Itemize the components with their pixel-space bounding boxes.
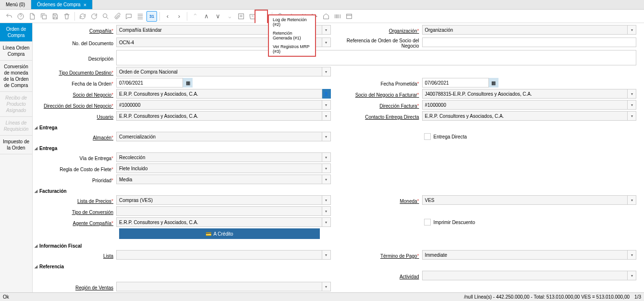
- section-info-fiscal[interactable]: ◢Información Fiscal: [35, 242, 636, 250]
- dd-compania[interactable]: ▾: [322, 25, 331, 35]
- help-button[interactable]: [15, 11, 26, 22]
- label-via-entrega: Vía de Entrega*: [35, 154, 116, 161]
- a-credito-button[interactable]: 💳A Crédito: [119, 228, 320, 239]
- close-icon[interactable]: ×: [84, 2, 86, 8]
- dd-tipo-conv[interactable]: ▾: [322, 206, 331, 216]
- input-almacen[interactable]: [116, 132, 322, 141]
- input-contacto[interactable]: [422, 111, 628, 121]
- input-region-ventas[interactable]: [116, 282, 322, 291]
- dd-regla-flete[interactable]: ▾: [322, 163, 331, 173]
- menu-item-ver-registros-mrp[interactable]: Ver Registros MRP (#3): [269, 42, 315, 56]
- label-moneda: Moneda*: [340, 197, 422, 204]
- dd-contacto[interactable]: ▾: [628, 111, 636, 121]
- section-entrega[interactable]: ◢Entrega: [35, 124, 636, 132]
- dd-no-doc[interactable]: ▾: [322, 38, 331, 47]
- calendar-button[interactable]: 31: [146, 11, 157, 22]
- input-dir-socio[interactable]: [116, 100, 322, 110]
- new-button[interactable]: [27, 11, 37, 22]
- form-button[interactable]: [344, 11, 354, 22]
- grid-button[interactable]: [135, 11, 146, 22]
- form-area: Compañía* ▾ Organización* ▾ No. del Docu…: [33, 23, 644, 292]
- input-descripcion[interactable]: [116, 50, 636, 65]
- menu-item-log-retencion[interactable]: Log de Retención (#2): [269, 15, 315, 29]
- dd-termino-pago[interactable]: ▾: [628, 250, 636, 260]
- first-button[interactable]: ⌃: [190, 11, 200, 22]
- checkbox-imprimir-descuento[interactable]: [424, 219, 431, 226]
- label-termino-pago: Término de Pago*: [340, 251, 422, 259]
- input-tipo-conv[interactable]: [116, 206, 322, 216]
- dd-moneda[interactable]: ▾: [628, 195, 636, 205]
- input-agente[interactable]: [116, 217, 322, 227]
- label-contacto: Contacto Entrega Directa: [340, 113, 422, 120]
- calendar-icon[interactable]: ▦: [183, 78, 193, 88]
- section-facturacion[interactable]: ◢Facturación: [35, 187, 636, 195]
- side-tab-impuesto[interactable]: Impuesto de la Orden: [0, 136, 32, 154]
- input-moneda[interactable]: [422, 195, 628, 205]
- refresh-button[interactable]: [77, 11, 88, 22]
- input-termino-pago[interactable]: [422, 250, 628, 260]
- delete-button[interactable]: [61, 11, 72, 22]
- menu-item-retencion-generada[interactable]: Retención Generada (#1): [269, 29, 315, 42]
- input-prioridad[interactable]: [116, 175, 322, 184]
- side-tab-orden-compra[interactable]: Orden de Compra: [0, 23, 32, 42]
- input-actividad[interactable]: [422, 271, 628, 280]
- checkbox-entrega-directa[interactable]: [424, 133, 431, 140]
- svg-rect-3: [239, 13, 244, 19]
- down-button[interactable]: ∨: [213, 11, 223, 22]
- section-referencia[interactable]: ◢Referencia: [35, 263, 636, 271]
- report-button[interactable]: [236, 11, 246, 22]
- copy-button[interactable]: [38, 11, 49, 22]
- input-lista[interactable]: [116, 250, 322, 260]
- input-lista-precios[interactable]: [116, 195, 322, 205]
- input-regla-flete[interactable]: [116, 163, 322, 173]
- dd-usuario[interactable]: ▾: [322, 111, 331, 121]
- nav-prev-button[interactable]: ‹: [162, 11, 173, 22]
- input-ref-orden[interactable]: [422, 38, 637, 47]
- input-fecha-prom[interactable]: [422, 78, 489, 88]
- dd-dir-socio[interactable]: ▾: [322, 100, 331, 110]
- tab-ordenes[interactable]: Órdenes de Compra ×: [31, 0, 93, 9]
- dd-socio-fact[interactable]: ▾: [628, 89, 636, 99]
- barcode-button[interactable]: [332, 11, 343, 22]
- dd-region-ventas[interactable]: ▾: [322, 282, 331, 291]
- search-button[interactable]: [100, 11, 111, 22]
- undo-button[interactable]: [4, 11, 14, 22]
- side-tab-lineas-req[interactable]: Líneas de Requisición: [0, 117, 32, 136]
- dd-socio[interactable]: 👤: [322, 89, 331, 99]
- side-tab-conversion[interactable]: Conversión de moneda de la Orden de Comp…: [0, 61, 32, 92]
- chat-button[interactable]: [123, 11, 134, 22]
- input-dir-fact[interactable]: [422, 100, 628, 110]
- attach-button[interactable]: [112, 11, 122, 22]
- input-usuario[interactable]: [116, 111, 322, 121]
- last-button[interactable]: ⌄: [224, 11, 235, 22]
- input-socio-fact[interactable]: [422, 89, 628, 99]
- up-button[interactable]: ∧: [201, 11, 212, 22]
- dd-agente[interactable]: ▾: [322, 217, 331, 227]
- dd-prioridad[interactable]: ▾: [322, 175, 331, 184]
- tab-menu[interactable]: Menú (0): [0, 0, 31, 9]
- nav-next-button[interactable]: ›: [174, 11, 184, 22]
- dd-dir-fact[interactable]: ▾: [628, 100, 636, 110]
- dd-lista[interactable]: ▾: [322, 250, 331, 260]
- side-tab-linea[interactable]: Línea Orden Compra: [0, 42, 32, 61]
- dd-tipo-doc[interactable]: ▾: [322, 67, 331, 76]
- label-lista-precios: Lista de Precios*: [35, 197, 116, 204]
- side-tab-recibo[interactable]: Recibo de Producto Asignado: [0, 92, 32, 117]
- label-fecha-orden: Fecha de la Orden*: [35, 79, 116, 87]
- product-button[interactable]: [321, 11, 331, 22]
- input-via-entrega[interactable]: [116, 152, 322, 162]
- input-socio[interactable]: [116, 89, 322, 99]
- dd-lista-precios[interactable]: ▾: [322, 195, 331, 205]
- dd-via-entrega[interactable]: ▾: [322, 152, 331, 162]
- reload-button[interactable]: [89, 11, 99, 22]
- calendar-icon[interactable]: ▦: [489, 78, 498, 88]
- dd-organizacion[interactable]: ▾: [628, 25, 636, 35]
- input-tipo-doc[interactable]: [116, 67, 322, 76]
- status-left: Ok: [3, 294, 9, 300]
- save-button[interactable]: [50, 11, 61, 22]
- section-entrega2[interactable]: ◢Entrega: [35, 144, 636, 152]
- input-fecha-orden[interactable]: [116, 78, 183, 88]
- dd-almacen[interactable]: ▾: [322, 132, 331, 141]
- input-organizacion[interactable]: [422, 25, 628, 35]
- dd-actividad[interactable]: ▾: [628, 271, 636, 280]
